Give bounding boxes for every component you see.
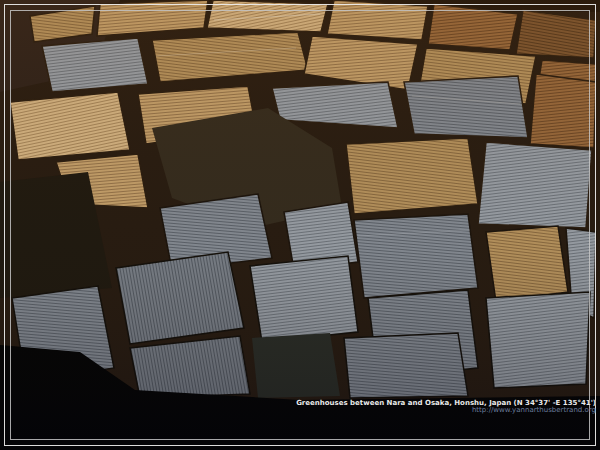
aerial-photo-greenhouses [0,0,600,450]
caption-url: http://www.yannarthusbertrand.org [296,407,596,414]
wallpaper-stage: Greenhouses between Nara and Osaka, Hons… [0,0,600,450]
photo-caption: Greenhouses between Nara and Osaka, Hons… [296,400,596,414]
